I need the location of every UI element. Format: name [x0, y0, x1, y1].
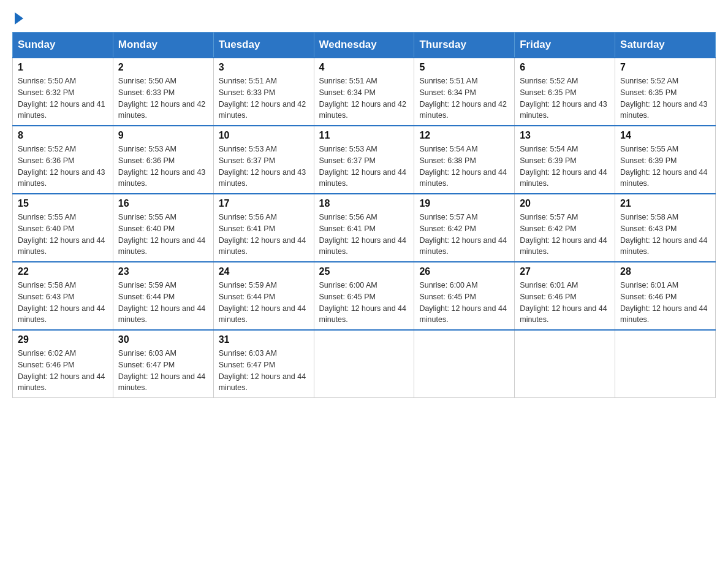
calendar-cell: 19 Sunrise: 5:57 AM Sunset: 6:42 PM Dayl…	[414, 194, 515, 262]
day-number: 21	[620, 198, 710, 209]
day-info: Sunrise: 6:02 AM Sunset: 6:46 PM Dayligh…	[18, 348, 108, 394]
day-number: 19	[419, 198, 509, 209]
column-header-thursday: Thursday	[414, 33, 515, 58]
week-row-3: 15 Sunrise: 5:55 AM Sunset: 6:40 PM Dayl…	[13, 194, 716, 262]
calendar-cell: 8 Sunrise: 5:52 AM Sunset: 6:36 PM Dayli…	[13, 126, 113, 194]
day-number: 12	[419, 130, 509, 141]
calendar-cell: 14 Sunrise: 5:55 AM Sunset: 6:39 PM Dayl…	[615, 126, 716, 194]
day-number: 5	[419, 62, 509, 73]
column-header-saturday: Saturday	[615, 33, 716, 58]
day-number: 11	[319, 130, 409, 141]
day-info: Sunrise: 5:55 AM Sunset: 6:39 PM Dayligh…	[620, 144, 710, 190]
column-header-friday: Friday	[515, 33, 615, 58]
calendar-cell	[414, 330, 515, 398]
column-header-sunday: Sunday	[13, 33, 113, 58]
week-row-2: 8 Sunrise: 5:52 AM Sunset: 6:36 PM Dayli…	[13, 126, 716, 194]
calendar-cell: 26 Sunrise: 6:00 AM Sunset: 6:45 PM Dayl…	[414, 262, 515, 330]
calendar-cell: 5 Sunrise: 5:51 AM Sunset: 6:34 PM Dayli…	[414, 58, 515, 126]
calendar-header-row: SundayMondayTuesdayWednesdayThursdayFrid…	[13, 33, 716, 58]
day-number: 14	[620, 130, 710, 141]
day-info: Sunrise: 5:56 AM Sunset: 6:41 PM Dayligh…	[319, 212, 409, 258]
column-header-monday: Monday	[113, 33, 213, 58]
calendar-cell: 30 Sunrise: 6:03 AM Sunset: 6:47 PM Dayl…	[113, 330, 213, 398]
week-row-1: 1 Sunrise: 5:50 AM Sunset: 6:32 PM Dayli…	[13, 58, 716, 126]
calendar-cell	[314, 330, 414, 398]
calendar-cell: 1 Sunrise: 5:50 AM Sunset: 6:32 PM Dayli…	[13, 58, 113, 126]
calendar-cell: 31 Sunrise: 6:03 AM Sunset: 6:47 PM Dayl…	[213, 330, 314, 398]
day-number: 18	[319, 198, 409, 209]
calendar-cell: 9 Sunrise: 5:53 AM Sunset: 6:36 PM Dayli…	[113, 126, 213, 194]
day-number: 24	[219, 266, 309, 277]
day-number: 10	[219, 130, 309, 141]
day-number: 7	[620, 62, 710, 73]
calendar-cell	[515, 330, 615, 398]
day-number: 8	[18, 130, 108, 141]
calendar-cell: 24 Sunrise: 5:59 AM Sunset: 6:44 PM Dayl…	[213, 262, 314, 330]
day-number: 16	[118, 198, 208, 209]
calendar-cell: 13 Sunrise: 5:54 AM Sunset: 6:39 PM Dayl…	[515, 126, 615, 194]
calendar-cell: 2 Sunrise: 5:50 AM Sunset: 6:33 PM Dayli…	[113, 58, 213, 126]
day-number: 29	[18, 334, 108, 345]
day-number: 28	[620, 266, 710, 277]
day-info: Sunrise: 6:03 AM Sunset: 6:47 PM Dayligh…	[219, 348, 309, 394]
day-info: Sunrise: 5:52 AM Sunset: 6:35 PM Dayligh…	[620, 75, 710, 121]
day-info: Sunrise: 5:55 AM Sunset: 6:40 PM Dayligh…	[118, 212, 208, 258]
day-info: Sunrise: 5:57 AM Sunset: 6:42 PM Dayligh…	[419, 212, 509, 258]
day-info: Sunrise: 5:51 AM Sunset: 6:34 PM Dayligh…	[319, 75, 409, 121]
calendar-cell: 10 Sunrise: 5:53 AM Sunset: 6:37 PM Dayl…	[213, 126, 314, 194]
day-info: Sunrise: 5:53 AM Sunset: 6:36 PM Dayligh…	[118, 144, 208, 190]
column-header-wednesday: Wednesday	[314, 33, 414, 58]
calendar-cell: 21 Sunrise: 5:58 AM Sunset: 6:43 PM Dayl…	[615, 194, 716, 262]
calendar-cell: 12 Sunrise: 5:54 AM Sunset: 6:38 PM Dayl…	[414, 126, 515, 194]
day-info: Sunrise: 6:01 AM Sunset: 6:46 PM Dayligh…	[520, 280, 610, 326]
day-info: Sunrise: 5:53 AM Sunset: 6:37 PM Dayligh…	[319, 144, 409, 190]
calendar-cell	[615, 330, 716, 398]
day-number: 15	[18, 198, 108, 209]
day-info: Sunrise: 6:01 AM Sunset: 6:46 PM Dayligh…	[620, 280, 710, 326]
day-info: Sunrise: 5:59 AM Sunset: 6:44 PM Dayligh…	[219, 280, 309, 326]
calendar-cell: 11 Sunrise: 5:53 AM Sunset: 6:37 PM Dayl…	[314, 126, 414, 194]
day-number: 26	[419, 266, 509, 277]
day-info: Sunrise: 5:50 AM Sunset: 6:32 PM Dayligh…	[18, 75, 108, 121]
calendar-table: SundayMondayTuesdayWednesdayThursdayFrid…	[12, 32, 716, 398]
day-info: Sunrise: 5:51 AM Sunset: 6:34 PM Dayligh…	[419, 75, 509, 121]
day-info: Sunrise: 5:53 AM Sunset: 6:37 PM Dayligh…	[219, 144, 309, 190]
day-info: Sunrise: 5:54 AM Sunset: 6:39 PM Dayligh…	[520, 144, 610, 190]
calendar-cell: 4 Sunrise: 5:51 AM Sunset: 6:34 PM Dayli…	[314, 58, 414, 126]
logo-arrow-icon	[15, 12, 23, 25]
calendar-cell: 6 Sunrise: 5:52 AM Sunset: 6:35 PM Dayli…	[515, 58, 615, 126]
day-number: 3	[219, 62, 309, 73]
day-info: Sunrise: 5:50 AM Sunset: 6:33 PM Dayligh…	[118, 75, 208, 121]
week-row-5: 29 Sunrise: 6:02 AM Sunset: 6:46 PM Dayl…	[13, 330, 716, 398]
day-info: Sunrise: 5:54 AM Sunset: 6:38 PM Dayligh…	[419, 144, 509, 190]
day-number: 9	[118, 130, 208, 141]
day-info: Sunrise: 5:58 AM Sunset: 6:43 PM Dayligh…	[620, 212, 710, 258]
day-info: Sunrise: 6:03 AM Sunset: 6:47 PM Dayligh…	[118, 348, 208, 394]
calendar-cell: 18 Sunrise: 5:56 AM Sunset: 6:41 PM Dayl…	[314, 194, 414, 262]
week-row-4: 22 Sunrise: 5:58 AM Sunset: 6:43 PM Dayl…	[13, 262, 716, 330]
day-info: Sunrise: 6:00 AM Sunset: 6:45 PM Dayligh…	[319, 280, 409, 326]
day-number: 20	[520, 198, 610, 209]
calendar-cell: 23 Sunrise: 5:59 AM Sunset: 6:44 PM Dayl…	[113, 262, 213, 330]
day-number: 27	[520, 266, 610, 277]
calendar-cell: 27 Sunrise: 6:01 AM Sunset: 6:46 PM Dayl…	[515, 262, 615, 330]
day-info: Sunrise: 6:00 AM Sunset: 6:45 PM Dayligh…	[419, 280, 509, 326]
calendar-cell: 17 Sunrise: 5:56 AM Sunset: 6:41 PM Dayl…	[213, 194, 314, 262]
day-info: Sunrise: 5:57 AM Sunset: 6:42 PM Dayligh…	[520, 212, 610, 258]
page-header	[12, 12, 716, 22]
calendar-cell: 25 Sunrise: 6:00 AM Sunset: 6:45 PM Dayl…	[314, 262, 414, 330]
day-number: 17	[219, 198, 309, 209]
day-info: Sunrise: 5:59 AM Sunset: 6:44 PM Dayligh…	[118, 280, 208, 326]
day-info: Sunrise: 5:58 AM Sunset: 6:43 PM Dayligh…	[18, 280, 108, 326]
calendar-cell: 7 Sunrise: 5:52 AM Sunset: 6:35 PM Dayli…	[615, 58, 716, 126]
day-number: 6	[520, 62, 610, 73]
day-number: 13	[520, 130, 610, 141]
day-number: 31	[219, 334, 309, 345]
day-info: Sunrise: 5:56 AM Sunset: 6:41 PM Dayligh…	[219, 212, 309, 258]
day-number: 25	[319, 266, 409, 277]
calendar-cell: 22 Sunrise: 5:58 AM Sunset: 6:43 PM Dayl…	[13, 262, 113, 330]
calendar-cell: 20 Sunrise: 5:57 AM Sunset: 6:42 PM Dayl…	[515, 194, 615, 262]
calendar-cell: 16 Sunrise: 5:55 AM Sunset: 6:40 PM Dayl…	[113, 194, 213, 262]
logo	[12, 12, 23, 22]
day-number: 4	[319, 62, 409, 73]
